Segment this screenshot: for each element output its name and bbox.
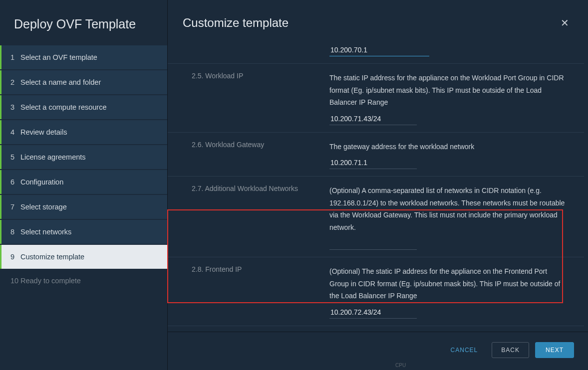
row-workload-ip: 2.5. Workload IP The static IP address f… — [168, 63, 584, 132]
step-number: 10 — [10, 277, 20, 285]
row-workload-gateway: 2.6. Workload Gateway The gateway addres… — [168, 132, 584, 177]
step-label: Select a compute resource — [20, 103, 106, 111]
step-label: Select networks — [20, 228, 71, 236]
form-scroll-area[interactable]: 2.5. Workload IP The static IP address f… — [168, 41, 588, 332]
wizard-step-2[interactable]: 2Select a name and folder — [0, 70, 167, 94]
cancel-button[interactable]: CANCEL — [443, 343, 486, 358]
label-additional-workload: 2.7. Additional Workload Networks — [175, 182, 329, 250]
close-icon[interactable]: ✕ — [557, 15, 573, 31]
wizard-step-5[interactable]: 5License agreements — [0, 145, 167, 169]
label-workload-ip: 2.5. Workload IP — [175, 69, 329, 125]
step-number: 9 — [10, 253, 20, 261]
wizard-title: Deploy OVF Template — [0, 10, 167, 45]
desc-additional-workload: (Optional) A comma-separated list of net… — [329, 185, 568, 233]
wizard-footer: CANCEL BACK NEXT — [168, 332, 588, 370]
step-label: Configuration — [20, 178, 63, 186]
step-number: 7 — [10, 203, 20, 211]
panel-header: Customize template ✕ — [168, 0, 588, 41]
step-number: 5 — [10, 153, 20, 161]
step-number: 3 — [10, 103, 20, 111]
input-workload-ip[interactable] — [329, 113, 417, 125]
wizard-step-6[interactable]: 6Configuration — [0, 170, 167, 194]
step-number: 2 — [10, 78, 20, 86]
step-label: Select an OVF template — [20, 53, 97, 61]
next-button[interactable]: NEXT — [535, 342, 574, 358]
content-panel: Customize template ✕ 2.5. Workload IP Th… — [167, 0, 588, 370]
step-number: 6 — [10, 178, 20, 186]
step-label: Review details — [20, 128, 67, 136]
row-frontend-gateway: 2.9. Frontend Gateway (Optional) The gat… — [168, 326, 584, 332]
bg-cpu-label: CPU — [395, 363, 406, 368]
step-label: Select a name and folder — [20, 78, 101, 86]
back-button[interactable]: BACK — [492, 342, 529, 358]
row-additional-workload: 2.7. Additional Workload Networks (Optio… — [168, 176, 584, 257]
row-frontend-ip: 2.8. Frontend IP (Optional) The static I… — [168, 257, 584, 326]
input-workload-gateway[interactable] — [329, 157, 417, 169]
wizard-step-8[interactable]: 8Select networks — [0, 220, 167, 244]
wizard-step-3[interactable]: 3Select a compute resource — [0, 95, 167, 119]
deploy-ovf-modal: Deploy OVF Template 1Select an OVF templ… — [0, 0, 588, 370]
input-gateway-top[interactable] — [329, 44, 429, 56]
step-label: Ready to complete — [20, 277, 81, 285]
desc-workload-gateway: The gateway address for the workload net… — [329, 141, 568, 153]
label-gateway-top — [175, 41, 329, 56]
input-additional-workload[interactable] — [329, 237, 417, 250]
step-number: 4 — [10, 128, 20, 136]
step-label: Select storage — [20, 203, 67, 211]
step-label: Customize template — [20, 253, 84, 261]
desc-workload-ip: The static IP address for the appliance … — [329, 72, 568, 109]
label-frontend-ip: 2.8. Frontend IP — [175, 262, 329, 319]
wizard-steps: 1Select an OVF template2Select a name an… — [0, 45, 167, 293]
wizard-step-9[interactable]: 9Customize template — [0, 245, 167, 269]
row-gateway-top — [168, 41, 584, 63]
wizard-step-10: 10Ready to complete — [0, 269, 167, 293]
desc-frontend-ip: (Optional) The static IP address for the… — [329, 265, 568, 302]
wizard-nav: Deploy OVF Template 1Select an OVF templ… — [0, 0, 167, 370]
step-label: License agreements — [20, 153, 86, 161]
input-frontend-ip[interactable] — [329, 306, 417, 319]
wizard-step-7[interactable]: 7Select storage — [0, 195, 167, 219]
panel-title: Customize template — [183, 16, 289, 30]
label-frontend-gateway: 2.9. Frontend Gateway — [175, 331, 329, 332]
step-number: 8 — [10, 228, 20, 236]
label-workload-gateway: 2.6. Workload Gateway — [175, 138, 329, 170]
step-number: 1 — [10, 53, 20, 61]
wizard-step-1[interactable]: 1Select an OVF template — [0, 45, 167, 69]
wizard-step-4[interactable]: 4Review details — [0, 120, 167, 144]
